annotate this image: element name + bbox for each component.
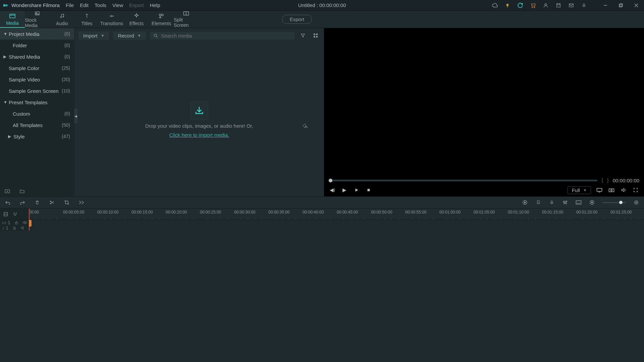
lock-icon[interactable]	[14, 221, 18, 225]
search-field[interactable]	[150, 32, 294, 40]
ruler-tick: 00:00:15:00	[131, 210, 153, 215]
speed-button[interactable]	[78, 200, 85, 205]
sidebar-item-sample-green-screen[interactable]: Sample Green Screen(10)	[0, 85, 74, 97]
filter-icon[interactable]	[299, 31, 307, 40]
stop-button[interactable]	[365, 188, 372, 192]
tab-media[interactable]: Media	[0, 11, 25, 28]
close-button[interactable]	[631, 1, 642, 10]
tab-elements[interactable]: Elements	[149, 11, 174, 28]
sidebar-item-project-media[interactable]: ▼Project Media(0)	[0, 28, 74, 40]
project-title: Untitled : 00:00:00:00	[298, 2, 346, 8]
sidebar-item-custom[interactable]: Custom(0)	[0, 108, 74, 119]
svg-rect-9	[619, 4, 622, 7]
ruler-tick: 00:00:45:00	[337, 210, 358, 215]
undo-button[interactable]	[5, 200, 11, 205]
svg-rect-30	[597, 188, 602, 191]
save-icon[interactable]	[554, 1, 563, 10]
mic-icon[interactable]	[580, 1, 588, 10]
playhead[interactable]	[29, 208, 30, 231]
mute-icon[interactable]	[20, 226, 25, 230]
track-settings-icon[interactable]	[3, 212, 8, 217]
mark-out-button[interactable]: }	[607, 178, 609, 183]
audio-mixer-button[interactable]	[562, 200, 568, 205]
sidebar-item-style[interactable]: ▶Style(47)	[0, 131, 74, 142]
split-button[interactable]	[49, 200, 55, 205]
import-media-link[interactable]: Click here to import media.	[169, 132, 229, 138]
display-icon[interactable]	[596, 188, 603, 192]
fullscreen-icon[interactable]	[632, 187, 639, 193]
export-button[interactable]: Export	[282, 15, 312, 24]
zoom-slider[interactable]	[602, 202, 626, 203]
svg-point-34	[50, 201, 51, 202]
zoom-knob[interactable]	[619, 201, 623, 204]
play-button[interactable]	[353, 188, 360, 192]
record-dropdown[interactable]: Record▼	[113, 32, 146, 40]
import-icon[interactable]	[190, 102, 208, 120]
playhead-grip[interactable]	[29, 220, 32, 227]
play-backward-button[interactable]: ▶	[341, 187, 348, 193]
voiceover-button[interactable]	[549, 200, 555, 205]
ruler-tick: 00:00:20:00	[166, 210, 187, 215]
timeline-tracks[interactable]: 00:0000:00:05:0000:00:10:0000:00:15:0000…	[29, 208, 644, 231]
menu-view[interactable]: View	[112, 2, 123, 8]
sidebar-item-folder[interactable]: Folder(0)	[0, 40, 74, 51]
collapse-sidebar-handle[interactable]: ◀	[74, 109, 77, 123]
menu-tools[interactable]: Tools	[95, 2, 106, 8]
new-folder-icon[interactable]	[19, 189, 25, 193]
mail-icon[interactable]	[567, 1, 576, 10]
maximize-button[interactable]	[615, 1, 627, 10]
media-dropzone[interactable]: Drop your video clips, images, or audio …	[74, 43, 324, 196]
cart-icon[interactable]	[529, 1, 537, 10]
tab-titles[interactable]: Titles	[74, 11, 99, 28]
menu-edit[interactable]: Edit	[80, 2, 89, 8]
sidebar-item-all-templates[interactable]: All Templates(50)	[0, 119, 74, 131]
sidebar-item-preset-templates[interactable]: ▼Preset Templates	[0, 97, 74, 108]
idea-icon[interactable]	[503, 1, 512, 10]
menu-help[interactable]: Help	[150, 2, 160, 8]
snapshot-icon[interactable]	[608, 188, 615, 192]
render-button[interactable]	[522, 200, 528, 205]
quality-dropdown[interactable]: Full▼	[568, 186, 591, 194]
tab-transitions[interactable]: Transitions	[99, 11, 124, 28]
refresh-icon[interactable]	[516, 1, 525, 10]
seek-bar[interactable]	[329, 180, 597, 181]
delete-button[interactable]	[34, 200, 40, 205]
user-icon[interactable]	[541, 1, 550, 10]
tab-stock-media[interactable]: Stock Media	[25, 11, 50, 28]
tab-effects[interactable]: Effects	[124, 11, 149, 28]
redo-button[interactable]	[19, 200, 25, 205]
mark-in-button[interactable]: {	[601, 178, 603, 183]
seek-knob[interactable]	[329, 179, 332, 182]
cloud-icon[interactable]	[490, 1, 499, 10]
prev-frame-button[interactable]: ◀I	[329, 187, 336, 193]
sidebar-item-shared-media[interactable]: ▶Shared Media(0)	[0, 51, 74, 62]
preview-screen[interactable]	[324, 28, 644, 177]
tab-audio[interactable]: Audio	[50, 11, 74, 28]
zoom-fit-button[interactable]	[633, 200, 639, 205]
timeline-ruler[interactable]: 00:0000:00:05:0000:00:10:0000:00:15:0000…	[29, 208, 644, 220]
tab-split-screen[interactable]: Split Screen	[174, 11, 199, 28]
tab-label: Titles	[82, 21, 93, 26]
record-toggle-button[interactable]	[589, 200, 595, 205]
visibility-icon[interactable]	[22, 221, 27, 224]
magnet-icon[interactable]	[13, 212, 17, 217]
minimize-button[interactable]	[600, 1, 611, 10]
sidebar-item-sample-color[interactable]: Sample Color(25)	[0, 62, 74, 74]
lock-icon[interactable]	[12, 226, 16, 230]
search-input[interactable]	[161, 33, 291, 39]
svg-point-54	[24, 222, 25, 223]
import-dropdown[interactable]: Import▼	[78, 32, 109, 40]
new-bin-icon[interactable]	[5, 189, 11, 193]
effects-icon	[133, 13, 140, 19]
crop-button[interactable]	[64, 200, 70, 205]
grid-view-icon[interactable]	[311, 31, 320, 40]
sidebar-item-sample-video[interactable]: Sample Video(20)	[0, 74, 74, 85]
menu-file[interactable]: File	[66, 2, 74, 8]
volume-icon[interactable]	[620, 187, 627, 193]
audio-track-header[interactable]: ♪ 1	[0, 225, 29, 231]
marker-button[interactable]	[535, 200, 541, 205]
subtitle-button[interactable]	[576, 200, 582, 205]
video-track-header[interactable]: ▭ 1	[0, 220, 29, 225]
transitions-icon	[108, 13, 115, 19]
media-toolbar: Import▼ Record▼	[74, 28, 324, 43]
